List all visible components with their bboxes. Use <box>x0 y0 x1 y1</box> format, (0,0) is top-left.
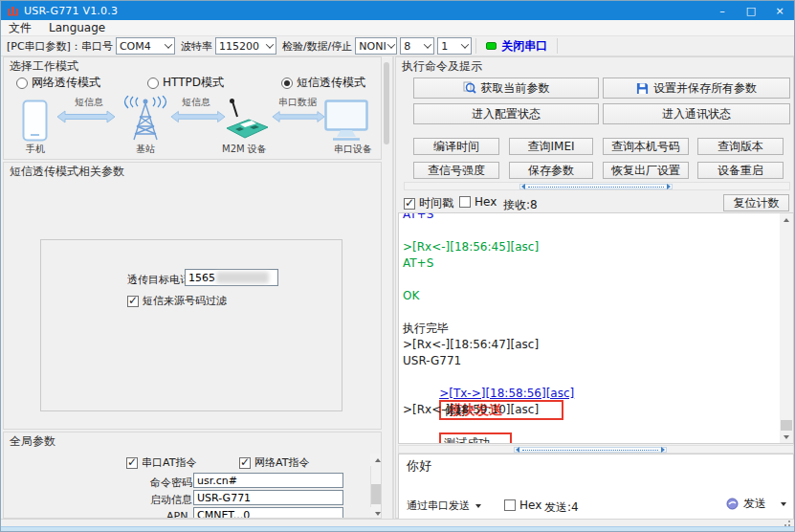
send-box: 你好 通过串口发送 Hex 发送:4 发送 <box>398 454 794 520</box>
checkbox-icon <box>504 499 516 511</box>
log-line-recv-message: 测试成功 <box>439 432 512 444</box>
radio-httpd-label: HTTPD模式 <box>163 75 224 91</box>
apn-input[interactable] <box>193 507 343 519</box>
radio-icon <box>147 78 159 89</box>
query-imei-button[interactable]: 查询IMEI <box>509 138 593 155</box>
sms-params-box: 透传目标电话号码 短信来源号码过滤 <box>40 239 342 411</box>
enter-config-label: 进入配置状态 <box>472 106 541 122</box>
stopbits-select[interactable]: 1 <box>437 37 472 55</box>
minimize-button[interactable]: – <box>708 1 737 20</box>
send-via-dropdown[interactable]: 通过串口发送 <box>407 499 481 513</box>
scroll-down-arrow[interactable] <box>370 507 382 519</box>
radio-httpd-mode[interactable]: HTTPD模式 <box>147 75 224 91</box>
query-number-label: 查询本机号码 <box>611 139 680 155</box>
double-arrow-icon <box>170 110 226 126</box>
send-hex-checkbox[interactable]: Hex <box>504 499 541 512</box>
left-scrollbar-thumb[interactable] <box>384 62 389 144</box>
close-button[interactable]: × <box>765 1 794 20</box>
node-serial-label: 串口设备 <box>334 143 372 156</box>
com-port-select[interactable]: COM4 <box>116 37 175 55</box>
sent-count: 发送:4 <box>544 499 579 516</box>
source-filter-checkbox[interactable]: 短信来源号码过滤 <box>127 294 227 308</box>
magnifier-icon <box>463 81 476 95</box>
command-panel: 执行命令及提示 获取当前参数 设置并保存所有参数 进入配置状态 进入通讯状态 编… <box>395 56 794 519</box>
hscrollbar-thumb[interactable] <box>519 184 673 189</box>
signal-strength-button[interactable]: 查信号强度 <box>413 162 499 179</box>
baud-label: 波特率 <box>181 39 212 54</box>
set-save-params-button[interactable]: 设置并保存所有参数 <box>603 78 790 99</box>
enter-comm-button[interactable]: 进入通讯状态 <box>603 103 790 124</box>
compile-time-button[interactable]: 编译时间 <box>413 138 499 155</box>
sms-params-group: 短信透传模式相关参数 透传目标电话号码 短信来源号码过滤 <box>3 162 382 430</box>
cmd-password-input[interactable] <box>193 473 343 488</box>
timestamp-checkbox[interactable]: 时间戳 <box>404 195 453 211</box>
checkbox-icon <box>459 196 471 208</box>
maximize-button[interactable]: □ <box>737 1 765 20</box>
log-scrollbar-track[interactable] <box>780 213 793 443</box>
log-line-tx: >[Tx->][18:58:56][asc] <box>439 387 574 400</box>
log-line: AT+S <box>403 256 433 270</box>
menu-language[interactable]: Language <box>49 21 105 34</box>
log-scroll-down-arrow[interactable] <box>780 431 793 443</box>
cmd-password-label: 命令密码 <box>150 476 192 490</box>
reset-count-button[interactable]: 复位计数 <box>723 194 789 211</box>
signal-strength-label: 查信号强度 <box>428 163 485 179</box>
close-port-button[interactable]: 关闭串口 <box>480 37 553 55</box>
checkbox-checked-icon <box>126 457 138 469</box>
save-params-button[interactable]: 保存参数 <box>509 162 593 179</box>
log-line: USR-G771 <box>403 354 461 367</box>
log-line: >[Rx<-][18:59:10][asc] <box>403 403 539 416</box>
baud-select[interactable]: 115200 <box>215 37 276 55</box>
window-title: USR-G771 V1.0.3 <box>24 5 118 17</box>
log-area[interactable]: AT+S >[Rx<-][18:56:45][asc] AT+S OK 执行完毕… <box>398 212 794 444</box>
port-open-led-icon <box>486 42 497 50</box>
enter-config-button[interactable]: 进入配置状态 <box>413 103 599 124</box>
hscrollbar2-thumb[interactable] <box>514 447 667 453</box>
app-logo-icon <box>7 6 19 16</box>
query-number-button[interactable]: 查询本机号码 <box>603 138 689 155</box>
radio-sms-mode[interactable]: 短信透传模式 <box>281 75 365 91</box>
close-port-label: 关闭串口 <box>501 38 547 55</box>
net-at-checkbox[interactable]: 网络AT指令 <box>239 455 309 470</box>
device-restart-button[interactable]: 设备重启 <box>697 162 784 179</box>
baud-value: 115200 <box>219 40 259 53</box>
query-imei-label: 查询IMEI <box>527 139 574 155</box>
serial-at-checkbox[interactable]: 串口AT指令 <box>126 455 196 470</box>
statusbar <box>1 519 794 526</box>
log-line: >[Rx<-][18:56:45][asc] <box>403 240 539 254</box>
menubar: 文件 Language <box>1 20 794 36</box>
hscrollbar-track[interactable] <box>404 182 790 190</box>
get-params-button[interactable]: 获取当前参数 <box>413 78 599 99</box>
toolbar: [PC串口参数]：串口号 COM4 波特率 115200 检验/数据/停止 NO… <box>1 36 794 56</box>
reset-count-label: 复位计数 <box>734 195 780 211</box>
sms-params-title: 短信透传模式相关参数 <box>10 164 124 180</box>
radio-net-mode[interactable]: 网络透传模式 <box>16 75 100 91</box>
boot-info-input[interactable] <box>193 490 343 505</box>
query-version-button[interactable]: 查询版本 <box>697 138 784 155</box>
panel-splitter[interactable] <box>392 56 394 519</box>
hscrollbar2-track[interactable] <box>398 445 794 454</box>
redacted-digits <box>216 272 269 283</box>
log-scroll-up-arrow[interactable] <box>780 213 793 226</box>
checkbox-checked-icon <box>127 296 139 307</box>
link-serial-data-label: 串口数据 <box>278 96 317 109</box>
work-mode-group: 选择工作模式 网络透传模式 HTTPD模式 短信透传模式 短信息 <box>3 56 382 160</box>
global-scrollbar-thumb[interactable] <box>371 484 382 504</box>
send-button[interactable]: 发送 <box>726 496 786 512</box>
stopbits-value: 1 <box>441 40 448 53</box>
dropdown-arrow-icon <box>475 504 481 508</box>
send-input[interactable]: 你好 <box>407 457 431 475</box>
serial-at-label: 串口AT指令 <box>142 455 196 470</box>
factory-reset-button[interactable]: 恢复出厂设置 <box>603 162 689 179</box>
work-mode-title: 选择工作模式 <box>10 58 78 75</box>
recv-hex-checkbox[interactable]: Hex <box>459 195 497 209</box>
log-line: AT+S <box>403 212 433 221</box>
send-dropdown-arrow-icon <box>781 502 786 506</box>
scroll-up-arrow[interactable] <box>370 454 382 466</box>
pc-serial-label: [PC串口参数]：串口号 <box>7 39 113 54</box>
parity-select[interactable]: NONI <box>355 37 397 55</box>
log-line: >[Rx<-][18:56:47][asc] <box>403 338 539 351</box>
databits-select[interactable]: 8 <box>400 37 434 55</box>
menu-file[interactable]: 文件 <box>9 20 32 36</box>
node-m2m-label: M2M 设备 <box>222 143 267 156</box>
